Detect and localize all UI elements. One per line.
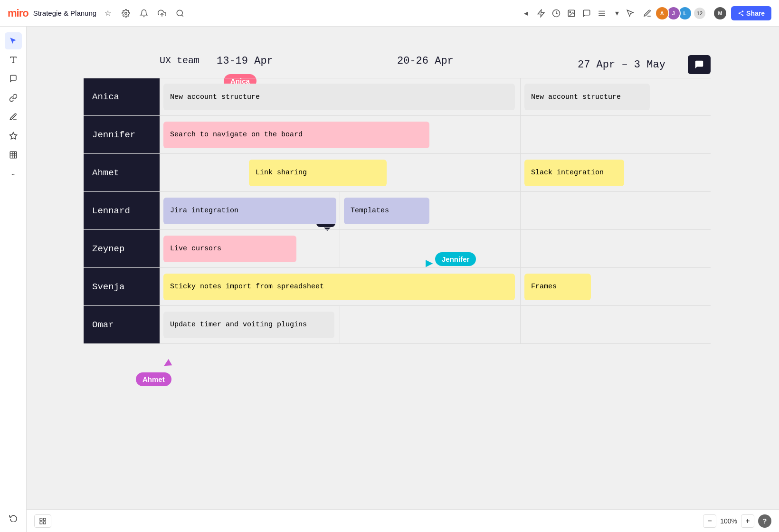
col-header-3: 27 Apr – 3 May <box>578 55 711 74</box>
avatar-1: A <box>655 6 669 20</box>
ahmet-week3: Slack integration <box>521 154 654 191</box>
name-jennifer: Jennifer <box>84 116 160 153</box>
cursor-icon[interactable] <box>624 7 637 20</box>
menu-icon[interactable] <box>595 7 608 20</box>
task-card[interactable]: New account structure <box>163 84 515 110</box>
svg-line-3 <box>182 15 183 16</box>
task-card[interactable]: Slack integration <box>524 160 624 186</box>
avatar-count: 12 <box>694 8 705 19</box>
search-icon[interactable] <box>173 7 187 20</box>
ahmet-cursor-arrow: ▶ <box>162 358 174 371</box>
svenja-week1-2: Sticky notes import from spreadsheet <box>160 268 521 305</box>
table-row: Jennifer Search to navigate on the board <box>84 116 711 154</box>
board-title: Strategie & Planung <box>33 9 96 17</box>
ahmet-week1-2: Link sharing <box>160 154 521 191</box>
jennifer-week3 <box>521 116 654 153</box>
name-anica: Anica <box>84 78 160 115</box>
star-icon[interactable]: ☆ <box>101 7 114 20</box>
pen-icon[interactable] <box>641 7 654 20</box>
svenja-week3: Frames <box>521 268 654 305</box>
sticky-tool[interactable] <box>5 70 22 87</box>
topbar-left: miro Strategie & Planung ☆ <box>8 7 519 20</box>
svg-point-2 <box>177 10 182 16</box>
lennard-week1: Jira integration <box>160 192 340 229</box>
shape-tool[interactable] <box>5 127 22 144</box>
miro-logo[interactable]: miro <box>8 7 28 19</box>
zeynep-week3 <box>521 230 654 267</box>
task-card[interactable]: Jira integration <box>163 198 336 224</box>
task-card[interactable]: Search to navigate on the board <box>163 122 429 148</box>
col-header-1: 13-19 Apr <box>217 55 397 74</box>
image-icon[interactable] <box>565 7 578 20</box>
avatar-group: A J L 12 <box>658 6 705 20</box>
pages-button[interactable] <box>34 514 51 528</box>
anica-week1-2: New account structure <box>160 78 521 115</box>
jennifer-week1-2: Search to navigate on the board <box>160 116 521 153</box>
text-tool[interactable] <box>5 51 22 68</box>
more-tools[interactable]: ·· <box>5 165 22 182</box>
name-svenja: Svenja <box>84 268 160 305</box>
svg-marker-4 <box>538 10 544 17</box>
chat-icon[interactable] <box>580 7 593 20</box>
task-card[interactable]: Templates <box>344 198 429 224</box>
svg-rect-18 <box>40 518 42 521</box>
sprint-grid: Anica New account structure New account … <box>84 78 711 344</box>
col-header-2: 20-26 Apr <box>397 55 578 74</box>
notification-icon[interactable] <box>137 7 151 20</box>
upload-icon[interactable] <box>155 7 169 20</box>
comment-icon-header[interactable] <box>688 55 711 74</box>
name-zeynep: Zeynep <box>84 230 160 267</box>
name-ahmet: Ahmet <box>84 154 160 191</box>
col-headers: UX team 13-19 Apr 20-26 Apr 27 Apr – 3 M… <box>160 55 711 74</box>
frame-tool[interactable] <box>5 146 22 163</box>
task-card[interactable]: Sticky notes import from spreadsheet <box>163 274 515 300</box>
svg-point-0 <box>125 12 127 14</box>
bottom-bar: − 100% + ? <box>27 509 779 532</box>
name-lennard: Lennard <box>84 192 160 229</box>
topbar: miro Strategie & Planung ☆ ◂ <box>0 0 779 27</box>
lightning-icon[interactable] <box>534 7 548 20</box>
settings-icon[interactable] <box>119 7 133 20</box>
task-card[interactable]: New account structure <box>524 84 650 110</box>
topbar-right: A J L 12 M Share <box>624 6 771 20</box>
omar-week1: Update timer and voiting plugins <box>160 306 340 343</box>
svg-point-7 <box>570 11 570 12</box>
table-row: Ahmet Link sharing Slack integration <box>84 154 711 192</box>
name-omar: Omar <box>84 306 160 343</box>
lennard-week2: Templates <box>340 192 521 229</box>
select-tool[interactable] <box>5 32 22 49</box>
timer-icon[interactable] <box>550 7 563 20</box>
more-icon[interactable]: ▾ <box>610 7 624 20</box>
task-card[interactable]: Link sharing <box>249 160 387 186</box>
jennifer-cursor-arrow: ▶ <box>426 257 433 268</box>
table-row: Svenja Sticky notes import from spreadsh… <box>84 268 711 306</box>
cursor-ahmet: Ahmet <box>136 372 171 386</box>
undo-tool[interactable] <box>5 509 22 526</box>
table-row: Zeynep Live cursors <box>84 230 711 268</box>
omar-week2 <box>340 306 521 343</box>
canvas[interactable]: Anica UX team 13-19 Apr 20-26 Apr 27 Apr… <box>27 27 779 532</box>
board-container: UX team 13-19 Apr 20-26 Apr 27 Apr – 3 M… <box>84 55 711 344</box>
zoom-level: 100% <box>720 517 737 525</box>
share-button[interactable]: Share <box>731 6 771 20</box>
topbar-center: ◂ ▾ <box>519 7 624 20</box>
my-avatar[interactable]: M <box>713 6 727 20</box>
omar-week3 <box>521 306 654 343</box>
pages-section <box>34 514 51 528</box>
table-row: Lennard Jira integration Templates <box>84 192 711 230</box>
task-card[interactable]: Frames <box>524 274 591 300</box>
svg-rect-19 <box>43 518 46 521</box>
pen-tool[interactable] <box>5 108 22 125</box>
nav-back-icon[interactable]: ◂ <box>519 7 532 20</box>
lennard-week3 <box>521 192 654 229</box>
task-card[interactable]: Live cursors <box>163 236 296 262</box>
help-button[interactable]: ? <box>758 514 771 528</box>
link-tool[interactable] <box>5 89 22 106</box>
zoom-controls: − 100% + ? <box>703 514 771 528</box>
zoom-in-button[interactable]: + <box>741 514 754 528</box>
task-card[interactable]: Update timer and voiting plugins <box>163 312 334 338</box>
left-toolbar: ·· <box>0 27 27 532</box>
svg-rect-20 <box>43 522 46 524</box>
zeynep-week1: Live cursors <box>160 230 340 267</box>
zoom-out-button[interactable]: − <box>703 514 716 528</box>
